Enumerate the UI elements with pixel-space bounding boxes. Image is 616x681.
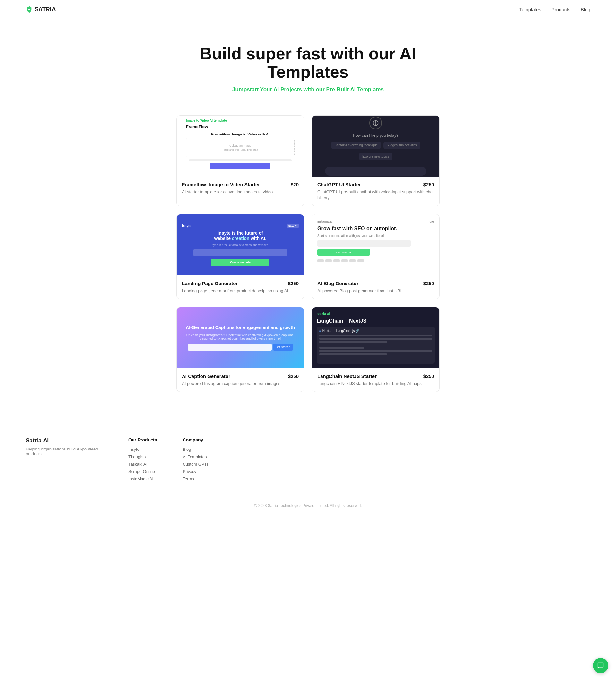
thumb-aiblog: instamagic more Grow fast with SEO on au… bbox=[312, 215, 439, 276]
card-frameflow[interactable]: Image to Video AI template FrameFlow Fra… bbox=[177, 115, 304, 206]
card-title-aiblog: AI Blog Generator bbox=[317, 281, 358, 286]
aiblog-nav: more bbox=[427, 220, 434, 223]
caption-input-field bbox=[188, 344, 272, 351]
lc-line-6 bbox=[319, 353, 387, 355]
aiblog-brand: instamagic bbox=[317, 220, 333, 223]
frameflow-tag: Image to Video AI template bbox=[186, 119, 295, 122]
card-image-caption: AI-Generated Captions for engagement and… bbox=[177, 307, 304, 368]
caption-input-row: Get Started bbox=[188, 344, 293, 351]
frameflow-btn-visual bbox=[210, 163, 270, 169]
card-title-chatgpt: ChatGPT UI Starter bbox=[317, 182, 361, 187]
thumb-caption: AI-Generated Captions for engagement and… bbox=[177, 307, 304, 368]
card-aiblog[interactable]: instamagic more Grow fast with SEO on au… bbox=[312, 214, 439, 299]
footer-products-col: Our Products Insyte Thoughts Taskaid AI … bbox=[128, 437, 157, 484]
chatgpt-input-bar bbox=[325, 167, 427, 176]
thumb-chatgpt: How can I help you today? Contains every… bbox=[312, 116, 439, 177]
insyte-heading: insyte is the future ofwebsite creation … bbox=[214, 230, 267, 241]
footer-link-privacy[interactable]: Privacy bbox=[183, 469, 208, 474]
hero-subtitle-suffix: with our Pre-Built AI Templates bbox=[302, 86, 384, 93]
thumb-insyte: insyte NEW ✦ insyte is the future ofwebs… bbox=[177, 215, 304, 276]
insyte-badge: NEW ✦ bbox=[287, 224, 299, 228]
card-price-langchain: $250 bbox=[424, 373, 434, 379]
aiblog-sub: Start seo optimisation with just your we… bbox=[317, 234, 434, 237]
lc-line-4 bbox=[319, 347, 365, 349]
card-body-frameflow: Frameflow: Image to Video Starter $20 AI… bbox=[177, 177, 304, 200]
card-title-caption: AI Caption Generator bbox=[182, 373, 230, 379]
card-body-langchain: LangChain NextJS Starter $250 Langchain … bbox=[312, 368, 439, 392]
langchain-title: LangChain + NextJS bbox=[317, 318, 435, 324]
footer-link-insyte[interactable]: Insyte bbox=[128, 447, 157, 452]
card-price-aiblog: $250 bbox=[424, 281, 434, 286]
card-image-langchain: satria ai LangChain + NextJS ≡ Next.js +… bbox=[312, 307, 439, 368]
card-body-caption: AI Caption Generator $250 AI powered Ins… bbox=[177, 368, 304, 392]
chatgpt-text: How can I help you today? bbox=[353, 133, 398, 138]
lc-line-3 bbox=[319, 341, 387, 343]
footer-link-taskaid[interactable]: Taskaid AI bbox=[128, 462, 157, 466]
card-desc-frameflow: AI starter template for converting image… bbox=[182, 189, 299, 195]
footer-company-col: Company Blog AI Templates Custom GPTs Pr… bbox=[183, 437, 208, 484]
footer-products-heading: Our Products bbox=[128, 437, 157, 443]
nav-links: Templates Products Blog bbox=[519, 7, 590, 12]
hero-section: Build super fast with our AI Templates J… bbox=[0, 19, 616, 109]
aiblog-heading: Grow fast with SEO on autopilot. bbox=[317, 226, 434, 231]
footer-link-thoughts[interactable]: Thoughts bbox=[128, 454, 157, 459]
footer-link-instamagic[interactable]: InstaMagic AI bbox=[128, 477, 157, 481]
aiblog-logos bbox=[317, 259, 434, 262]
card-image-landing: insyte NEW ✦ insyte is the future ofwebs… bbox=[177, 215, 304, 276]
aiblog-input bbox=[317, 240, 411, 247]
card-price-caption: $250 bbox=[288, 373, 299, 379]
insyte-input-bar bbox=[193, 249, 287, 256]
cards-grid: Image to Video AI template FrameFlow Fra… bbox=[164, 109, 452, 418]
nav-products[interactable]: Products bbox=[552, 7, 570, 12]
card-body-aiblog: AI Blog Generator $250 AI powered Blog p… bbox=[312, 276, 439, 299]
caption-get-started: Get Started bbox=[273, 344, 293, 351]
card-chatgpt[interactable]: How can I help you today? Contains every… bbox=[312, 115, 439, 206]
card-body-chatgpt: ChatGPT UI Starter $250 ChatGPT UI pre-b… bbox=[312, 177, 439, 206]
footer-link-blog[interactable]: Blog bbox=[183, 447, 208, 452]
card-body-landing: Landing Page Generator $250 Landing page… bbox=[177, 276, 304, 299]
card-image-frameflow: Image to Video AI template FrameFlow Fra… bbox=[177, 116, 304, 177]
footer-link-terms[interactable]: Terms bbox=[183, 477, 208, 481]
chatgpt-btn-2: Suggest fun activities bbox=[383, 142, 420, 149]
logo[interactable]: SATRIA bbox=[26, 6, 56, 13]
lc-line-1 bbox=[319, 334, 432, 336]
footer-top: Satria AI Helping organisations build AI… bbox=[26, 437, 590, 484]
chatgpt-buttons-2: Explore new topics bbox=[359, 153, 392, 160]
hero-subtitle-prefix: Jumpstart Your bbox=[232, 86, 273, 93]
insyte-brand: insyte bbox=[182, 224, 191, 228]
card-desc-aiblog: AI powered Blog post generator from just… bbox=[317, 288, 434, 294]
caption-heading: AI-Generated Captions for engagement and… bbox=[186, 325, 295, 330]
footer-link-scraper[interactable]: ScraperOnline bbox=[128, 469, 157, 474]
footer-link-custom-gpts[interactable]: Custom GPTs bbox=[183, 462, 208, 466]
aiblog-btn: start now → bbox=[317, 249, 370, 256]
card-desc-landing: Landing page generator from product desc… bbox=[182, 288, 299, 294]
footer-copyright: © 2023 Satria Technologies Private Limit… bbox=[255, 503, 362, 508]
chatgpt-btn-3: Explore new topics bbox=[359, 153, 392, 160]
insyte-subtext: type in product details to create the we… bbox=[212, 243, 268, 247]
card-title-landing: Landing Page Generator bbox=[182, 281, 238, 286]
nav-blog[interactable]: Blog bbox=[581, 7, 590, 12]
card-price-landing: $250 bbox=[288, 281, 299, 286]
card-desc-caption: AI powered Instagram caption generator f… bbox=[182, 381, 299, 386]
footer-link-ai-templates[interactable]: AI Templates bbox=[183, 454, 208, 459]
footer: Satria AI Helping organisations build AI… bbox=[0, 418, 616, 521]
frameflow-header: FrameFlow: Image to Video with AI bbox=[211, 132, 269, 136]
insyte-create-btn: Create website bbox=[211, 259, 269, 266]
card-langchain[interactable]: satria ai LangChain + NextJS ≡ Next.js +… bbox=[312, 307, 439, 392]
frameflow-name: FrameFlow bbox=[186, 124, 295, 129]
navbar: SATRIA Templates Products Blog bbox=[0, 0, 616, 19]
nav-templates[interactable]: Templates bbox=[519, 7, 541, 12]
card-landing[interactable]: insyte NEW ✦ insyte is the future ofwebs… bbox=[177, 214, 304, 299]
card-caption[interactable]: AI-Generated Captions for engagement and… bbox=[177, 307, 304, 392]
hero-subtitle-highlight: AI Projects bbox=[273, 86, 302, 93]
frameflow-upload: Upload an image (drag and drop, .jpg, .p… bbox=[186, 138, 295, 157]
footer-brand-name: Satria AI bbox=[26, 437, 103, 444]
langchain-brand: satria ai bbox=[317, 312, 435, 316]
chatgpt-buttons: Contains everything technique Suggest fu… bbox=[331, 142, 420, 149]
card-price-chatgpt: $250 bbox=[424, 182, 434, 187]
footer-company-heading: Company bbox=[183, 437, 208, 443]
card-desc-chatgpt: ChatGPT UI pre-built chatbot with voice-… bbox=[317, 189, 434, 201]
lc-line-5 bbox=[319, 350, 432, 352]
card-title-frameflow: Frameflow: Image to Video Starter bbox=[182, 182, 260, 187]
chatgpt-btn-1: Contains everything technique bbox=[331, 142, 381, 149]
